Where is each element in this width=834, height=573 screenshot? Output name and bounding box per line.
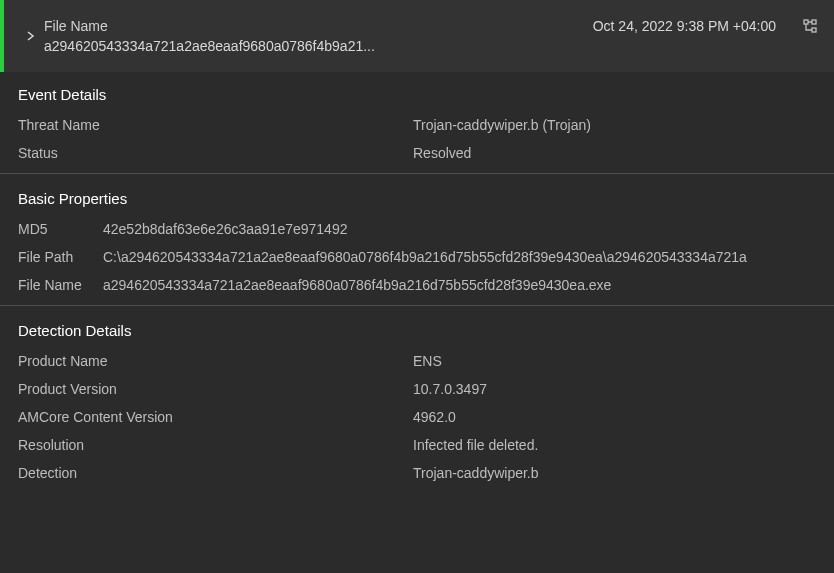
event-details-title: Event Details — [18, 86, 816, 103]
amcore-value: 4962.0 — [413, 409, 456, 425]
md5-value: 42e52b8daf63e6e26c3aa91e7e971492 — [103, 221, 347, 237]
amcore-label: AMCore Content Version — [18, 409, 413, 425]
product-name-row: Product Name ENS — [18, 353, 816, 369]
detection-details-title: Detection Details — [18, 322, 816, 339]
detection-row: Detection Trojan-caddywiper.b — [18, 465, 816, 481]
file-path-row: File Path C:\a294620543334a721a2ae8eaaf9… — [18, 249, 816, 265]
threat-name-row: Threat Name Trojan-caddywiper.b (Trojan) — [18, 117, 816, 133]
file-name-row: File Name a294620543334a721a2ae8eaaf9680… — [18, 277, 816, 293]
file-path-label: File Path — [18, 249, 103, 265]
header-timestamp: Oct 24, 2022 9:38 PM +04:00 — [593, 18, 776, 34]
svg-rect-1 — [812, 20, 816, 24]
basic-properties-section: Basic Properties MD5 42e52b8daf63e6e26c3… — [0, 190, 834, 293]
threat-name-label: Threat Name — [18, 117, 413, 133]
resolution-value: Infected file deleted. — [413, 437, 538, 453]
header-filename-label: File Name — [44, 18, 573, 34]
header-filename-value: a294620543334a721a2ae8eaaf9680a0786f4b9a… — [44, 38, 573, 54]
detection-details-section: Detection Details Product Name ENS Produ… — [0, 322, 834, 481]
file-name-value: a294620543334a721a2ae8eaaf9680a0786f4b9a… — [103, 277, 611, 293]
detection-label: Detection — [18, 465, 413, 481]
product-version-value: 10.7.0.3497 — [413, 381, 487, 397]
event-details-section: Event Details Threat Name Trojan-caddywi… — [0, 86, 834, 161]
product-name-label: Product Name — [18, 353, 413, 369]
detection-value: Trojan-caddywiper.b — [413, 465, 539, 481]
status-value: Resolved — [413, 145, 471, 161]
resolution-row: Resolution Infected file deleted. — [18, 437, 816, 453]
file-name-label: File Name — [18, 277, 103, 293]
md5-row: MD5 42e52b8daf63e6e26c3aa91e7e971492 — [18, 221, 816, 237]
amcore-row: AMCore Content Version 4962.0 — [18, 409, 816, 425]
md5-label: MD5 — [18, 221, 103, 237]
svg-rect-2 — [812, 28, 816, 32]
header-file-block: File Name a294620543334a721a2ae8eaaf9680… — [44, 18, 573, 54]
process-tree-button[interactable] — [802, 18, 818, 37]
product-version-label: Product Version — [18, 381, 413, 397]
basic-properties-title: Basic Properties — [18, 190, 816, 207]
status-row: Status Resolved — [18, 145, 816, 161]
product-name-value: ENS — [413, 353, 442, 369]
status-label: Status — [18, 145, 413, 161]
separator — [0, 305, 834, 306]
threat-name-value: Trojan-caddywiper.b (Trojan) — [413, 117, 591, 133]
process-tree-icon — [802, 18, 818, 34]
event-header-bar[interactable]: File Name a294620543334a721a2ae8eaaf9680… — [0, 0, 834, 72]
product-version-row: Product Version 10.7.0.3497 — [18, 381, 816, 397]
svg-rect-0 — [804, 20, 808, 24]
resolution-label: Resolution — [18, 437, 413, 453]
chevron-right-icon — [24, 30, 36, 42]
file-path-value: C:\a294620543334a721a2ae8eaaf9680a0786f4… — [103, 249, 747, 265]
expand-toggle[interactable] — [16, 18, 44, 54]
separator — [0, 173, 834, 174]
